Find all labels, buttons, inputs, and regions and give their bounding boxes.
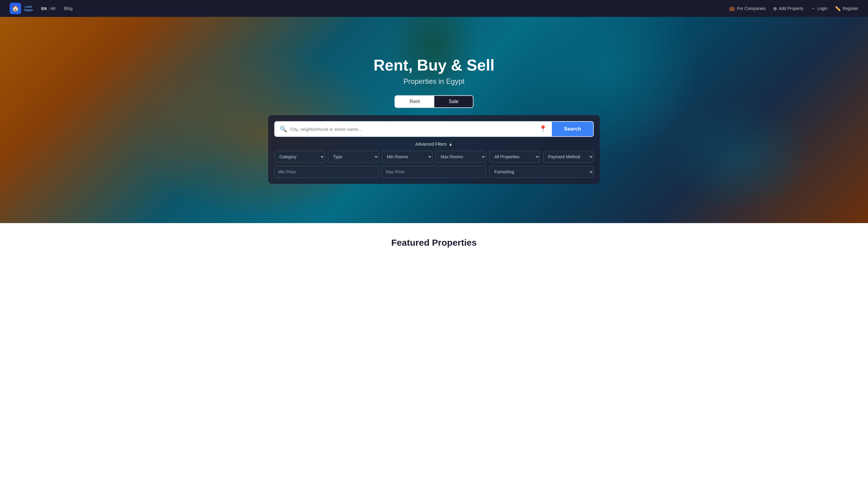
nav-right: 💼 For Companies ⊕ Add Property → Login ✏… <box>729 6 858 12</box>
navbar: 🏠 .com isqan EN / AR Blog 💼 For Companie… <box>0 0 868 17</box>
login-link[interactable]: → Login <box>811 6 828 11</box>
category-select[interactable]: Category <box>274 151 325 163</box>
login-icon: → <box>811 6 816 11</box>
for-companies-link[interactable]: 💼 For Companies <box>729 6 766 12</box>
filters-row-1: Category Type Min Rooms Max Rooms All Pr… <box>274 151 594 163</box>
featured-title: Featured Properties <box>0 238 868 248</box>
lang-separator: / <box>48 6 49 11</box>
chevron-up-icon: ▲ <box>449 142 453 147</box>
lang-ar[interactable]: AR <box>50 6 55 11</box>
plus-circle-icon: ⊕ <box>773 6 777 12</box>
min-rooms-select[interactable]: Min Rooms <box>382 151 433 163</box>
register-icon: ✏️ <box>835 6 841 12</box>
advanced-filters-toggle[interactable]: Advanced Filters ▲ <box>274 142 594 147</box>
search-input[interactable] <box>290 126 536 132</box>
all-properties-select[interactable]: All Properties <box>489 151 540 163</box>
nav-left: 🏠 .com isqan EN / AR Blog <box>10 3 73 14</box>
max-price-input[interactable] <box>382 166 486 178</box>
filters-row-2: Furnishing <box>274 166 594 178</box>
logo-text: .com isqan <box>24 5 33 12</box>
hero-section: Rent, Buy & Sell Properties in Egypt Ren… <box>0 0 868 223</box>
lang-en[interactable]: EN <box>41 6 47 11</box>
logo-icon: 🏠 <box>10 3 21 14</box>
min-price-input[interactable] <box>274 166 379 178</box>
register-link[interactable]: ✏️ Register <box>835 6 858 12</box>
type-select[interactable]: Type <box>328 151 379 163</box>
hero-title: Rent, Buy & Sell <box>374 56 494 74</box>
featured-section: Featured Properties <box>0 223 868 257</box>
payment-method-select[interactable]: Payment Method <box>543 151 594 163</box>
briefcase-icon: 💼 <box>729 6 735 12</box>
sale-tab[interactable]: Sale <box>434 96 473 107</box>
map-icon[interactable]: 📍 <box>539 125 547 133</box>
search-input-wrap: 🔍 📍 <box>275 122 552 136</box>
blog-link[interactable]: Blog <box>64 6 72 11</box>
furnishing-select[interactable]: Furnishing <box>489 166 594 178</box>
search-row: 🔍 📍 Search <box>274 121 594 137</box>
logo[interactable]: 🏠 .com isqan <box>10 3 33 14</box>
add-property-link[interactable]: ⊕ Add Property <box>773 6 803 12</box>
listing-type-tabs: Rent Sale <box>395 95 473 108</box>
rent-tab[interactable]: Rent <box>395 96 434 107</box>
max-rooms-select[interactable]: Max Rooms <box>435 151 486 163</box>
search-container: 🔍 📍 Search Advanced Filters ▲ Category T… <box>268 115 600 184</box>
search-icon: 🔍 <box>280 125 287 133</box>
search-button[interactable]: Search <box>552 122 593 136</box>
hero-subtitle: Properties in Egypt <box>403 77 465 86</box>
language-switcher: EN / AR <box>41 6 56 11</box>
hero-content: Rent, Buy & Sell Properties in Egypt Ren… <box>0 56 868 184</box>
